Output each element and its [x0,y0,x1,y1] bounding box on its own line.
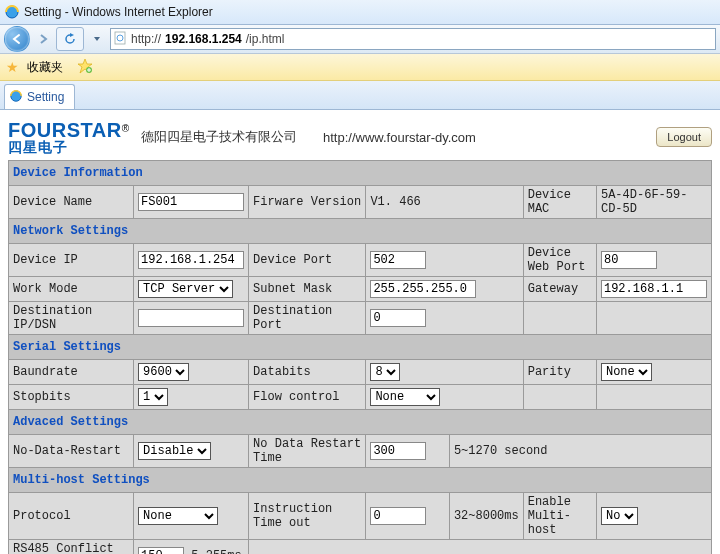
nav-bar: http://192.168.1.254/ip.html [0,25,720,54]
company-name: 德阳四星电子技术有限公司 [141,128,297,146]
label-mac: Device MAC [523,186,596,219]
dropdown-button[interactable] [88,27,106,51]
favorites-label[interactable]: 收藏夹 [27,59,63,76]
brand-reg: ® [122,123,129,134]
label-device-name: Device Name [9,186,134,219]
rs485-gap-input[interactable] [138,547,184,554]
stopbits-select[interactable]: 1 [138,388,168,406]
label-protocol: Protocol [9,493,134,540]
logout-button[interactable]: Logout [656,127,712,147]
label-flow: Flow control [249,385,366,410]
config-table: Device Information Device Name Firware V… [8,160,712,554]
instr-to-input[interactable] [370,507,426,525]
ie-icon [9,89,23,106]
tab-label: Setting [27,90,64,104]
device-port-input[interactable] [370,251,426,269]
protocol-select[interactable]: None [138,507,218,525]
baud-select[interactable]: 9600 [138,363,189,381]
nodata-time-input[interactable] [370,442,426,460]
table-row: Device Name Firware Version V1. 466 Devi… [9,186,712,219]
page-icon [113,31,127,48]
section-advanced: Advaced Settings [9,410,712,435]
company-site: http://www.fourstar-dy.com [323,130,476,145]
label-gateway: Gateway [523,277,596,302]
ie-window: Setting - Windows Internet Explorer http… [0,0,720,554]
label-fw-ver: Firware Version [249,186,366,219]
page-content: FOURSTAR® 四星电子 德阳四星电子技术有限公司 http://www.f… [0,110,720,554]
address-bar[interactable]: http://192.168.1.254/ip.html [110,28,716,50]
table-row: Stopbits 1 Flow control None [9,385,712,410]
url-scheme: http:// [131,32,161,46]
gateway-input[interactable] [601,280,707,298]
favorites-bar: ★ 收藏夹 [0,54,720,81]
table-row: No-Data-Restart Disable No Data Restart … [9,435,712,468]
back-button[interactable] [4,26,30,52]
refresh-button[interactable] [56,27,84,51]
label-dest-ip: Destination IP/DSN [9,302,134,335]
rs485-note: 5~255ms [191,549,241,554]
tab-bar: Setting [0,81,720,110]
web-port-input[interactable] [601,251,657,269]
device-name-input[interactable] [138,193,244,211]
section-multi: Multi-host Settings [9,468,712,493]
section-device-info: Device Information [9,161,712,186]
page-header: FOURSTAR® 四星电子 德阳四星电子技术有限公司 http://www.f… [8,120,712,154]
label-device-ip: Device IP [9,244,134,277]
tab-setting[interactable]: Setting [4,84,75,109]
instr-note: 32~8000ms [449,493,523,540]
dest-port-input[interactable] [370,309,426,327]
label-instr-to: Instruction Time out [249,493,366,540]
label-nodata-time: No Data Restart Time [249,435,366,468]
brand-en: FOURSTAR [8,119,122,141]
title-bar: Setting - Windows Internet Explorer [0,0,720,25]
forward-button[interactable] [34,27,52,51]
label-subnet: Subnet Mask [249,277,366,302]
section-serial: Serial Settings [9,335,712,360]
ie-icon [4,4,20,20]
label-parity: Parity [523,360,596,385]
table-row: Protocol None Instruction Time out 32~80… [9,493,712,540]
label-device-port: Device Port [249,244,366,277]
label-nodata: No-Data-Restart [9,435,134,468]
url-path: /ip.html [246,32,285,46]
brand-logo: FOURSTAR® 四星电子 [8,120,129,154]
label-dest-port: Destination Port [249,302,366,335]
label-web-port: Device Web Port [523,244,596,277]
window-title: Setting - Windows Internet Explorer [24,5,213,19]
url-host: 192.168.1.254 [165,32,242,46]
work-mode-select[interactable]: TCP Server [138,280,233,298]
section-network: Network Settings [9,219,712,244]
label-work-mode: Work Mode [9,277,134,302]
table-row: Device IP Device Port Device Web Port [9,244,712,277]
table-row: RS485 Conflict Time Gap 5~255ms [9,540,712,555]
table-row: Baundrate 9600 Databits 8 Parity None [9,360,712,385]
label-databits: Databits [249,360,366,385]
label-stopbits: Stopbits [9,385,134,410]
table-row: Work Mode TCP Server Subnet Mask Gateway [9,277,712,302]
dest-ip-input[interactable] [138,309,244,327]
value-fw-ver: V1. 466 [366,186,523,219]
parity-select[interactable]: None [601,363,652,381]
subnet-input[interactable] [370,280,476,298]
brand-cn: 四星电子 [8,140,129,154]
nodata-select[interactable]: Disable [138,442,211,460]
table-row: Destination IP/DSN Destination Port [9,302,712,335]
databits-select[interactable]: 8 [370,363,400,381]
value-mac: 5A-4D-6F-59-CD-5D [596,186,711,219]
label-rs485-gap: RS485 Conflict Time Gap [9,540,134,555]
add-fav-icon[interactable] [77,58,93,77]
flow-select[interactable]: None [370,388,440,406]
nodata-note: 5~1270 second [449,435,711,468]
star-icon[interactable]: ★ [6,59,19,75]
en-multi-select[interactable]: No [601,507,638,525]
label-baud: Baundrate [9,360,134,385]
label-en-multi: Enable Multi-host [523,493,596,540]
device-ip-input[interactable] [138,251,244,269]
